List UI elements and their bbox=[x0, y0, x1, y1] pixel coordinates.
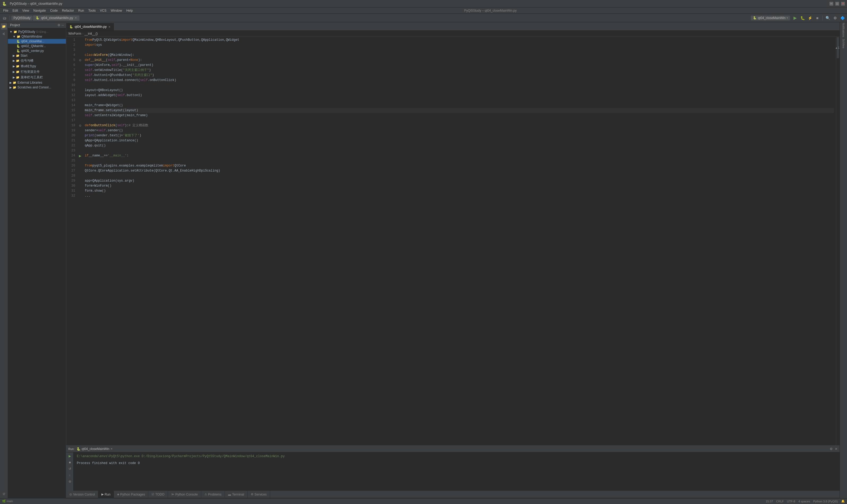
run-close-btn[interactable]: ✕ bbox=[835, 447, 837, 451]
tree-qt402[interactable]: 🐍 qt402_QMainW... bbox=[8, 44, 66, 49]
menu-vcs[interactable]: VCS bbox=[98, 8, 109, 13]
run-settings-btn[interactable]: ⚙ bbox=[830, 447, 833, 451]
project-name-label[interactable]: PyQt5Study bbox=[12, 16, 33, 20]
tab-python-packages[interactable]: ◈ Python Packages bbox=[114, 491, 148, 498]
menu-refactor[interactable]: Refactor bbox=[60, 8, 76, 13]
toolbar-project-icon[interactable]: 🗂 bbox=[1, 15, 8, 21]
start-expand-icon: ▶ bbox=[13, 54, 15, 57]
code-line-23 bbox=[85, 148, 834, 153]
status-charset[interactable]: UTF-8 bbox=[787, 500, 795, 503]
tree-qt405[interactable]: 🐍 qt405_center.py bbox=[8, 49, 66, 53]
tree-qt04[interactable]: 🐍 qt04_closeMai... bbox=[8, 39, 66, 44]
scratches-expand-icon: ▶ bbox=[10, 86, 12, 89]
menu-edit[interactable]: Edit bbox=[10, 8, 20, 13]
breadcrumb-class[interactable]: WinForm bbox=[68, 32, 81, 35]
code-line-11: layout = QHBoxLayout() bbox=[85, 88, 834, 93]
resources-folder-icon: 📁 bbox=[16, 70, 20, 74]
run-output: E:\anaconda\envs\PyQt5\python.exe D:/Din… bbox=[74, 452, 840, 491]
status-left: 🌿 main bbox=[2, 500, 13, 503]
tab-close-icon[interactable]: ✕ bbox=[75, 16, 77, 19]
line-gutter: ⊙ ⊙ ▶ bbox=[77, 37, 83, 445]
minimize-button[interactable]: ─ bbox=[830, 2, 833, 5]
status-python-version[interactable]: Python 3.8 (PyQt5) bbox=[813, 500, 838, 503]
tree-root[interactable]: ▼ 📁 PyQt5Study D:\Ding... bbox=[8, 30, 66, 34]
status-bar: 🌿 main 15:37 CRLF UTF-8 4 spaces Python … bbox=[0, 498, 847, 504]
tree-start[interactable]: ▶ 📁 Start bbox=[8, 53, 66, 58]
run-play-btn[interactable]: ▶ bbox=[67, 453, 73, 459]
console-label: Python Console bbox=[175, 492, 198, 496]
folder-icon: 📁 bbox=[17, 35, 20, 38]
tree-qmainwindow[interactable]: ▼ 📁 QMainWindow bbox=[8, 34, 66, 39]
status-encoding[interactable]: CRLF bbox=[776, 500, 784, 503]
close-button[interactable]: ✕ bbox=[841, 2, 845, 5]
maximize-button[interactable]: □ bbox=[835, 2, 839, 5]
code-line-15: main_frame.setLayout(layout) bbox=[85, 108, 834, 113]
todo-icon: ☑ bbox=[152, 492, 154, 496]
tree-uipy[interactable]: ▶ 📁 将ui转为py bbox=[8, 64, 66, 69]
status-line-col[interactable]: 15:37 bbox=[766, 500, 773, 503]
menu-code[interactable]: Code bbox=[48, 8, 60, 13]
project-header: Project ⚙ ─ bbox=[8, 22, 66, 28]
project-icon[interactable]: 📁 bbox=[1, 23, 7, 30]
run-tab-close[interactable]: ✕ bbox=[110, 447, 112, 450]
signals-folder-icon: 📁 bbox=[16, 59, 20, 62]
run-button[interactable]: ▶ bbox=[792, 15, 798, 21]
run-buttons: ▶ 🐛 ⚡ ■ bbox=[792, 15, 821, 21]
run-filter-btn[interactable]: ⊜ bbox=[67, 479, 73, 484]
tab-close-btn[interactable]: ✕ bbox=[108, 25, 110, 28]
project-settings-icon[interactable]: ⚙ bbox=[57, 23, 60, 27]
search-everywhere-button[interactable]: 🔍 bbox=[824, 15, 831, 21]
tab-filename: qt04_closeMainWin.py bbox=[41, 16, 73, 20]
run-tab-name: qt04_closeMainWin bbox=[82, 447, 109, 451]
tab-terminal[interactable]: ▬ Terminal bbox=[225, 491, 247, 498]
menu-help[interactable]: Help bbox=[124, 8, 135, 13]
settings-button[interactable]: ⚙ bbox=[832, 15, 839, 21]
editor-tab-main[interactable]: 🐍 qt04_closeMainWin.py ✕ bbox=[66, 23, 114, 31]
menu-run[interactable]: Run bbox=[76, 8, 86, 13]
project-collapse-icon[interactable]: ─ bbox=[61, 23, 64, 27]
tab-problems[interactable]: ⚠ Problems bbox=[201, 491, 225, 498]
run-header: Run: 🐍 qt04_closeMainWin ✕ ⚙ ✕ bbox=[66, 446, 840, 452]
run-stop-btn[interactable]: ■ bbox=[67, 460, 73, 465]
tab-python-console[interactable]: ≫ Python Console bbox=[168, 491, 201, 498]
tab-todo[interactable]: ☑ TODO bbox=[148, 491, 167, 498]
tree-start-label: Start bbox=[21, 54, 27, 57]
commit-icon[interactable]: ⑆ bbox=[1, 31, 7, 37]
structure-icon[interactable]: St bbox=[1, 491, 7, 497]
tab-version-control[interactable]: ◎ Version Control bbox=[66, 491, 98, 498]
tab-services[interactable]: ⚙ Services bbox=[248, 491, 270, 498]
side-icons: 📁 ⑆ St bbox=[0, 22, 8, 498]
run-rerun-btn[interactable]: ↺ bbox=[67, 466, 73, 471]
run-header-tab[interactable]: 🐍 qt04_closeMainWin ✕ bbox=[76, 447, 112, 451]
status-notifications[interactable]: 🔔 bbox=[841, 500, 845, 503]
signals-expand-icon: ▶ bbox=[13, 59, 15, 62]
run-scroll-btn[interactable]: ↓ bbox=[67, 472, 73, 478]
menu-tools[interactable]: Tools bbox=[86, 8, 98, 13]
tree-resources[interactable]: ▶ 📁 打包资源文件 bbox=[8, 69, 66, 75]
menu-view[interactable]: View bbox=[20, 8, 31, 13]
debug-button[interactable]: 🐛 bbox=[799, 15, 806, 21]
run-config-name: qt04_closeMainWin bbox=[758, 16, 786, 20]
status-indent[interactable]: 4 spaces bbox=[798, 500, 810, 503]
tree-signals[interactable]: ▶ 📁 信号与槽 bbox=[8, 58, 66, 64]
run-spacer bbox=[77, 459, 836, 461]
sciview-panel[interactable]: SciView bbox=[841, 37, 847, 50]
notifications-panel[interactable]: Notifications bbox=[841, 23, 847, 37]
menu-window[interactable]: Window bbox=[109, 8, 124, 13]
code-content[interactable]: from PyQt5.QtWidgets import QMainWindow,… bbox=[83, 37, 836, 445]
tab-run[interactable]: ▶ Run bbox=[98, 491, 114, 498]
more-button[interactable]: 🔷 bbox=[839, 15, 846, 21]
stop-button[interactable]: ■ bbox=[814, 15, 821, 21]
run-config-selector[interactable]: 🐍 qt04_closeMainWin ▾ bbox=[751, 16, 790, 20]
tree-ext-libs[interactable]: ▶ 📁 External Libraries bbox=[8, 80, 66, 85]
git-branch[interactable]: 🌿 main bbox=[2, 500, 13, 503]
breadcrumb-method[interactable]: __init__() bbox=[85, 32, 98, 35]
run-with-coverage-button[interactable]: ⚡ bbox=[807, 15, 813, 21]
code-line-13 bbox=[85, 98, 834, 103]
menu-file[interactable]: File bbox=[1, 8, 10, 13]
editor-tab-toolbar[interactable]: 🐍 qt04_closeMainWin.py ✕ bbox=[33, 15, 80, 21]
code-line-5: def __init__(self,parent = None): bbox=[85, 58, 834, 63]
tree-scratches[interactable]: ▶ 📁 Scratches and Consol... bbox=[8, 85, 66, 90]
menu-navigate[interactable]: Navigate bbox=[31, 8, 48, 13]
tree-menu[interactable]: ▶ 📁 菜单栏与工具栏 bbox=[8, 75, 66, 80]
